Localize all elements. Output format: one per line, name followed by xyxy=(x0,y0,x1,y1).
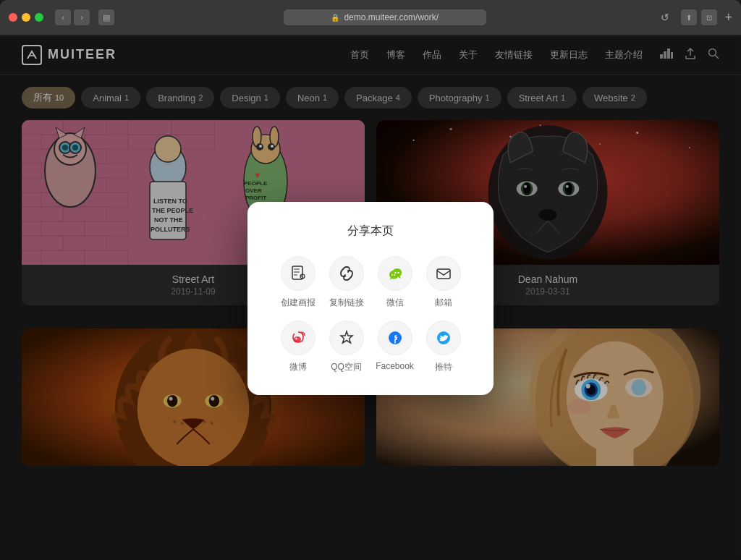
svg-point-104 xyxy=(391,274,393,276)
url-display: demo.muiteer.com/work/ xyxy=(344,12,439,22)
lock-icon: 🔒 xyxy=(331,14,339,22)
share-label-qq: QQ空间 xyxy=(331,361,362,373)
tab-layout-button[interactable]: ▤ xyxy=(98,9,114,25)
svg-point-105 xyxy=(394,274,395,276)
share-icon-wechat xyxy=(378,256,412,291)
share-icon-weibo xyxy=(281,321,316,355)
share-modal: 分享本页 创建画报 xyxy=(247,202,494,395)
reload-button[interactable]: ↺ xyxy=(655,7,675,27)
svg-rect-106 xyxy=(437,269,450,279)
share-icon-qq xyxy=(329,321,364,355)
share-label-wechat: 微信 xyxy=(386,297,404,309)
share-icon-create-poster xyxy=(281,256,316,291)
share-icon-facebook xyxy=(378,321,412,355)
minimize-button[interactable] xyxy=(22,13,30,22)
share-label-weibo: 微博 xyxy=(289,361,307,373)
share-icon-email xyxy=(426,256,461,291)
share-label-create-poster: 创建画报 xyxy=(281,297,316,309)
share-label-email: 邮箱 xyxy=(435,297,452,309)
share-label-copy-link: 复制链接 xyxy=(329,297,364,309)
share-item-weibo[interactable]: 微博 xyxy=(276,321,319,373)
share-item-copy-link[interactable]: 复制链接 xyxy=(325,256,368,309)
forward-button[interactable]: › xyxy=(74,9,90,25)
svg-point-103 xyxy=(397,271,399,273)
svg-point-108 xyxy=(295,337,297,339)
share-label-facebook: Facebook xyxy=(376,361,414,371)
new-tab-button[interactable]: + xyxy=(724,10,732,25)
share-item-email[interactable]: 邮箱 xyxy=(422,256,465,309)
svg-point-107 xyxy=(294,336,301,342)
maximize-button[interactable] xyxy=(35,13,43,22)
share-icon-twitter xyxy=(426,321,461,355)
share-item-create-poster[interactable]: 创建画报 xyxy=(276,256,319,309)
share-label-twitter: 推特 xyxy=(435,361,452,373)
close-button[interactable] xyxy=(9,13,17,22)
browser-titlebar: ‹ › ▤ 🔒 demo.muiteer.com/work/ ↺ ⬆ ⊡ + xyxy=(0,0,741,35)
share-item-qq[interactable]: QQ空间 xyxy=(325,321,368,373)
share-modal-title: 分享本页 xyxy=(276,224,465,239)
traffic-lights xyxy=(9,13,43,22)
share-item-twitter[interactable]: 推特 xyxy=(422,321,465,373)
svg-point-102 xyxy=(394,271,396,273)
browser-chrome: ‹ › ▤ 🔒 demo.muiteer.com/work/ ↺ ⬆ ⊡ + xyxy=(0,0,741,35)
share-icon-copy-link xyxy=(329,256,364,291)
share-browser-button[interactable]: ⬆ xyxy=(681,9,697,25)
modal-overlay[interactable]: 分享本页 创建画报 xyxy=(0,36,741,560)
back-button[interactable]: ‹ xyxy=(55,9,71,25)
pip-button[interactable]: ⊡ xyxy=(701,9,717,25)
share-item-facebook[interactable]: Facebook xyxy=(373,321,416,373)
share-icons-grid: 创建画报 复制链接 xyxy=(276,256,465,373)
share-item-wechat[interactable]: 微信 xyxy=(373,256,416,309)
address-bar[interactable]: 🔒 demo.muiteer.com/work/ xyxy=(284,9,486,25)
